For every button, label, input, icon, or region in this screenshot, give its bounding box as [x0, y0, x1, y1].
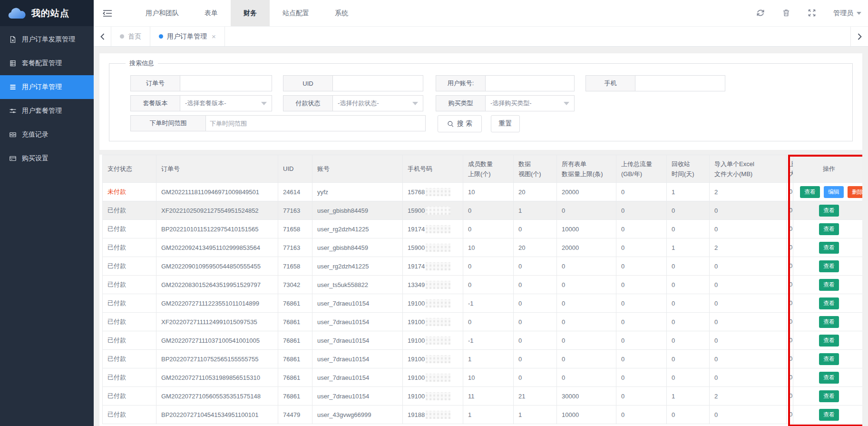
- view-button[interactable]: 查看: [819, 353, 839, 365]
- cell-pay-status: 已付款: [103, 387, 156, 406]
- reset-button[interactable]: 重置: [491, 115, 520, 132]
- tab-home[interactable]: 首页: [111, 27, 150, 46]
- cell-member-limit: 0: [463, 220, 514, 238]
- cell-uid: 77163: [278, 238, 312, 257]
- view-button[interactable]: 查看: [819, 372, 839, 384]
- view-button[interactable]: 查看: [819, 409, 839, 421]
- mobile-field: 手机: [585, 75, 725, 91]
- table-row: 已付款BP2022101011512297541015156571658user…: [103, 220, 863, 238]
- cell-data-views: 1: [514, 201, 557, 220]
- view-button[interactable]: 查看: [819, 335, 839, 347]
- cell-recycle-days: 0: [667, 368, 710, 387]
- sidebar: 我的站点 用户订单发票管理套餐配置管理用户订单管理用户套餐管理充值记录购买设置: [0, 0, 94, 426]
- tab-user-order-management[interactable]: 用户订单管理 ×: [150, 27, 225, 46]
- top-nav-tab-0[interactable]: 用户和团队: [133, 0, 192, 26]
- cell-phone: 19100: [403, 313, 463, 331]
- table-row: 已付款GM2022083015264351995152979773042user…: [103, 276, 863, 294]
- cell-upload-traffic: 0: [616, 387, 667, 406]
- column-header-upload_traffic: 上传总流量(GB/年): [616, 155, 667, 183]
- pay-status-select[interactable]: -选择付款状态-: [332, 95, 423, 111]
- order-time-range-input[interactable]: [205, 115, 426, 131]
- table-row: 已付款GM2022072711103710054100100576861user…: [103, 331, 863, 350]
- view-button[interactable]: 查看: [800, 186, 820, 198]
- cell-account: user_7draeu10154: [312, 313, 403, 331]
- cell-clipped: 0: [787, 406, 793, 424]
- cell-member-limit: 10: [463, 238, 514, 257]
- sidebar-item-package-config[interactable]: 套餐配置管理: [0, 51, 94, 75]
- sidebar-item-recharge-record[interactable]: 充值记录: [0, 123, 94, 147]
- mobile-input[interactable]: [635, 75, 725, 91]
- cell-clipped: 0: [787, 238, 793, 257]
- user-menu[interactable]: 管理员: [833, 9, 861, 18]
- refresh-icon[interactable]: [756, 9, 766, 18]
- table-row: 已付款XF2022072711112499101509753576861user…: [103, 313, 863, 331]
- uid-input[interactable]: [332, 75, 423, 91]
- top-nav-tab-2[interactable]: 财务: [231, 0, 270, 26]
- view-button[interactable]: 查看: [819, 297, 839, 309]
- cell-data-views: 0: [514, 220, 557, 238]
- search-button[interactable]: 搜 索: [438, 115, 482, 132]
- cell-clipped: 0: [787, 183, 793, 201]
- cell-account: user_7draeu10154: [312, 368, 403, 387]
- table-row: 已付款GM2022090109595054485055545571658user…: [103, 257, 863, 276]
- cell-actions: 查看: [793, 313, 863, 331]
- edit-button[interactable]: 编辑: [824, 186, 844, 198]
- cell-form-data-limit: 20000: [557, 238, 616, 257]
- top-nav-tab-4[interactable]: 系统: [322, 0, 361, 26]
- cell-excel-size: 0: [710, 368, 787, 387]
- cell-form-data-limit: 20000: [557, 183, 616, 201]
- tabs-scroll-left-button[interactable]: [94, 27, 111, 46]
- cell-phone: 19100: [403, 350, 463, 368]
- sidebar-item-order-list[interactable]: 用户订单管理: [0, 75, 94, 99]
- collapse-sidebar-button[interactable]: [94, 0, 121, 26]
- account-input[interactable]: [485, 75, 575, 91]
- view-button[interactable]: 查看: [819, 260, 839, 272]
- delete-button[interactable]: 删除: [848, 186, 862, 198]
- cell-uid: 77163: [278, 201, 312, 220]
- cell-form-data-limit: 10000: [557, 406, 616, 424]
- view-button[interactable]: 查看: [819, 223, 839, 235]
- chevron-down-icon: [261, 102, 267, 105]
- table-row: 已付款GM2022092413495110299985356477163user…: [103, 238, 863, 257]
- purchase-type-select[interactable]: -选择购买类型-: [485, 95, 575, 111]
- cell-phone: 19174: [403, 220, 463, 238]
- order-no-input[interactable]: [180, 75, 272, 91]
- cell-upload-traffic: 0: [616, 183, 667, 201]
- top-nav-tab-3[interactable]: 站点配置: [270, 0, 322, 26]
- cell-uid: 76861: [278, 294, 312, 313]
- order-no-field: 订单号: [130, 75, 272, 91]
- phone-mask: [426, 207, 450, 215]
- view-button[interactable]: 查看: [819, 205, 839, 217]
- account-label: 用户账号:: [436, 75, 485, 91]
- view-button[interactable]: 查看: [819, 390, 839, 402]
- column-header-excel_size: 导入单个Excel文件大小(MB): [710, 155, 787, 183]
- cell-member-limit: -1: [463, 294, 514, 313]
- sidebar-item-user-package[interactable]: 用户套餐管理: [0, 99, 94, 123]
- header-row: 支付状态订单号UID账号手机号码成员数量上限(个)数据视图(个)所有表单数据量上…: [103, 155, 863, 183]
- cell-phone: 19100: [403, 387, 463, 406]
- close-icon[interactable]: ×: [212, 32, 216, 40]
- cell-clipped: 0: [787, 220, 793, 238]
- fullscreen-icon[interactable]: [808, 9, 817, 18]
- cell-upload-traffic: 0: [616, 368, 667, 387]
- view-button[interactable]: 查看: [819, 316, 839, 328]
- tabs-scroll-right-button[interactable]: [850, 27, 868, 46]
- cell-actions: 查看编辑删除: [793, 183, 863, 201]
- view-button[interactable]: 查看: [819, 242, 839, 254]
- package-version-select[interactable]: -选择套餐版本-: [180, 95, 272, 111]
- cell-uid: 24614: [278, 183, 312, 201]
- view-button[interactable]: 查看: [819, 279, 839, 291]
- user-name: 管理员: [833, 9, 853, 18]
- cell-excel-size: 0: [710, 406, 787, 424]
- orders-table-head: 支付状态订单号UID账号手机号码成员数量上限(个)数据视图(个)所有表单数据量上…: [103, 155, 863, 183]
- sidebar-item-purchase-settings[interactable]: 购买设置: [0, 147, 94, 170]
- top-nav-tabs: 用户和团队表单财务站点配置系统: [133, 0, 361, 26]
- cell-form-data-limit: 0: [557, 313, 616, 331]
- cell-member-limit: 0: [463, 201, 514, 220]
- cell-order-no: GM20220924134951102999853564: [156, 238, 278, 257]
- cell-upload-traffic: 0: [616, 294, 667, 313]
- top-nav-tab-1[interactable]: 表单: [192, 0, 231, 26]
- trash-icon[interactable]: [782, 9, 791, 18]
- sidebar-item-invoice-file[interactable]: 用户订单发票管理: [0, 28, 94, 51]
- cell-member-limit: 1: [463, 350, 514, 368]
